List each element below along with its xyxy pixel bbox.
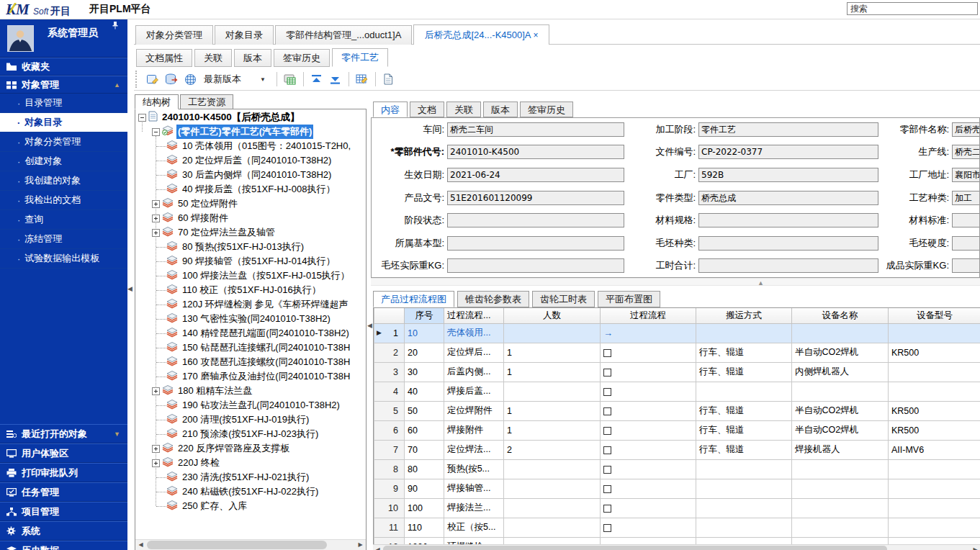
table-row[interactable]: 10100焊接法兰... bbox=[374, 498, 980, 518]
tree-tab-0[interactable]: 结构树 bbox=[135, 94, 179, 109]
green-table-icon[interactable] bbox=[281, 71, 300, 88]
flow-box-icon[interactable] bbox=[603, 369, 611, 377]
field-input[interactable] bbox=[952, 236, 980, 251]
sidebar-item-bottom-0[interactable]: 最近打开的对象▼ bbox=[0, 424, 127, 443]
sidebar-item-bottom-4[interactable]: 项目管理 bbox=[0, 502, 127, 521]
bottom-tab-3[interactable]: 平面布置图 bbox=[598, 291, 660, 307]
field-input[interactable] bbox=[447, 258, 624, 273]
sidebar-item-obj-5[interactable]: ·我检出的文档 bbox=[0, 191, 127, 210]
tree-expander-icon[interactable] bbox=[152, 387, 160, 395]
row-selector[interactable]: 3 bbox=[374, 362, 405, 382]
row-selector[interactable]: 2 bbox=[374, 343, 405, 362]
sidebar-item-obj-8[interactable]: ·试验数据输出模板 bbox=[0, 249, 127, 269]
field-input[interactable]: 后桥壳 bbox=[952, 122, 980, 137]
sidebar-item-obj-6[interactable]: ·查询 bbox=[0, 210, 127, 230]
flow-box-icon[interactable] bbox=[603, 524, 611, 532]
tree-expander-icon[interactable] bbox=[152, 215, 160, 222]
flow-box-icon[interactable] bbox=[603, 407, 611, 415]
tree-expander-icon[interactable] bbox=[138, 114, 146, 122]
content-tab-2[interactable]: 关联 bbox=[446, 102, 481, 117]
doc-tab-1[interactable]: 对象目录 bbox=[215, 25, 274, 45]
prop-tab-3[interactable]: 签审历史 bbox=[274, 49, 330, 67]
tree-node-23[interactable]: 220 反序焊管路座及支撑板 bbox=[135, 441, 366, 456]
field-input[interactable] bbox=[447, 213, 624, 227]
bottom-tab-1[interactable]: 锥齿轮参数表 bbox=[457, 291, 529, 307]
prop-tab-2[interactable]: 版本 bbox=[234, 49, 271, 67]
tree-node-25[interactable]: 230 清洗(按51XF-HJ-021执行) bbox=[135, 470, 366, 484]
sidebar-item-obj-4[interactable]: ·我创建的对象 bbox=[0, 171, 127, 191]
row-selector[interactable]: ▶1 bbox=[374, 323, 405, 343]
tree-node-2[interactable]: 10 壳体领用（015图号：2401015-T2H0, bbox=[135, 139, 366, 153]
collapse-top-icon[interactable] bbox=[307, 71, 326, 88]
scroll-right-icon[interactable]: ▶ bbox=[355, 540, 366, 550]
field-input[interactable]: 襄阳市 bbox=[952, 168, 980, 182]
tree-hscrollbar[interactable]: ◀ ▶ bbox=[135, 539, 366, 550]
row-selector[interactable]: 10 bbox=[374, 498, 405, 518]
row-selector[interactable]: 11 bbox=[374, 518, 405, 537]
field-input[interactable] bbox=[698, 213, 878, 227]
prop-tab-1[interactable]: 关联 bbox=[194, 49, 232, 67]
flow-box-icon[interactable] bbox=[603, 446, 611, 454]
row-selector[interactable]: 4 bbox=[374, 382, 405, 401]
col-header-4[interactable]: 过程流程 bbox=[601, 308, 696, 323]
tree-expander-icon[interactable] bbox=[152, 459, 160, 467]
table-row[interactable]: 770定位焊法...2行车、辊道焊接机器人AII-MV6 bbox=[374, 440, 980, 459]
sidebar-item-obj-1[interactable]: ·对象目录 bbox=[0, 113, 127, 132]
field-input[interactable]: 桥壳总成 bbox=[698, 191, 878, 205]
sidebar-item-bottom-3[interactable]: 任务管理 bbox=[0, 482, 127, 502]
collapse-bottom-icon[interactable] bbox=[326, 71, 345, 88]
scroll-right-icon[interactable]: ▶ bbox=[971, 545, 980, 550]
tree-node-26[interactable]: 240 粘磁铁(按51XF-HJ-022执行) bbox=[135, 484, 366, 499]
table-row[interactable]: 330后盖内侧...1行车、辊道内侧焊机器人 bbox=[374, 362, 980, 382]
tree-node-6[interactable]: 50 定位焊附件 bbox=[135, 197, 366, 211]
version-dropdown-caret[interactable]: ▼ bbox=[260, 76, 266, 83]
col-header-7[interactable]: 设备型号 bbox=[889, 308, 980, 323]
tree-node-7[interactable]: 60 焊接附件 bbox=[135, 211, 366, 225]
field-input[interactable]: 桥壳二 bbox=[952, 145, 980, 159]
tree-node-19[interactable]: 180 粗精车法兰盘 bbox=[135, 384, 366, 398]
sidebar-item-bottom-6[interactable]: 历史数据 bbox=[0, 541, 127, 550]
prop-tab-4[interactable]: 零件工艺 bbox=[332, 48, 388, 67]
tree-node-22[interactable]: 210 预涂漆(按51XF-HJ-023执行) bbox=[135, 427, 366, 441]
flow-box-icon[interactable] bbox=[603, 388, 611, 396]
tree-node-3[interactable]: 20 定位焊后盖（同2401010-T38H2) bbox=[135, 153, 366, 168]
sidebar-item-bottom-5[interactable]: 系统 bbox=[0, 521, 127, 541]
horizontal-splitter[interactable]: ▲ bbox=[371, 278, 980, 286]
edit-doc-icon[interactable] bbox=[143, 71, 162, 88]
tree-node-10[interactable]: 90 焊接轴管（按51XF-HJ-014执行） bbox=[135, 254, 366, 269]
field-input[interactable]: 51E201601120099 bbox=[447, 191, 624, 205]
tree-expander-icon[interactable] bbox=[152, 445, 160, 453]
field-input[interactable] bbox=[952, 258, 980, 273]
table-row[interactable]: 440焊接后盖... bbox=[374, 382, 980, 401]
tree-node-9[interactable]: 80 预热(按51XF-HJ-013执行) bbox=[135, 240, 366, 254]
table-row[interactable]: ▶110壳体领用...→ bbox=[374, 323, 980, 343]
tree-expander-icon[interactable] bbox=[152, 200, 160, 208]
tree-node-0[interactable]: 2401010-K4500【后桥壳总成】 bbox=[135, 110, 366, 125]
field-input[interactable]: 加工 bbox=[952, 191, 980, 205]
expand-arrow-icon[interactable]: ▼ bbox=[114, 430, 120, 438]
table-row[interactable]: 990焊接轴管... bbox=[374, 479, 980, 498]
row-selector[interactable]: 7 bbox=[374, 440, 405, 459]
collapse-arrow-icon[interactable]: ▲ bbox=[114, 81, 120, 89]
col-header-1[interactable]: 序号 bbox=[405, 308, 444, 323]
flow-box-icon[interactable] bbox=[603, 505, 611, 513]
col-header-5[interactable]: 搬运方式 bbox=[696, 308, 792, 323]
tree-node-11[interactable]: 100 焊接法兰盘（按51XF-HJ-015执行） bbox=[135, 269, 366, 283]
flow-box-icon[interactable] bbox=[603, 427, 611, 435]
tree-node-15[interactable]: 140 精镗琵琶孔端面(同2401010-T38H2) bbox=[135, 326, 366, 341]
row-selector[interactable]: 9 bbox=[374, 479, 405, 498]
prop-tab-0[interactable]: 文档属性 bbox=[136, 49, 192, 67]
row-selector[interactable]: 5 bbox=[374, 401, 405, 420]
tree-node-20[interactable]: 190 钻攻法兰盘孔(同2401010-T38H2) bbox=[135, 398, 366, 412]
splitter-arrow-icon[interactable]: ▲ bbox=[758, 279, 764, 287]
tree-node-1[interactable]: (零件工艺)零件工艺(汽车零部件) bbox=[135, 125, 366, 139]
col-header-0[interactable] bbox=[374, 308, 405, 323]
sidebar-item-obj-0[interactable]: ·目录管理 bbox=[0, 94, 127, 113]
flow-box-icon[interactable] bbox=[603, 349, 611, 357]
field-input[interactable]: 2021-06-24 bbox=[447, 168, 624, 182]
field-input[interactable]: 2401010-K4500 bbox=[447, 145, 624, 159]
tree-expander-icon[interactable] bbox=[152, 229, 160, 237]
tree-node-17[interactable]: 160 攻琵琶孔连接螺纹(同2401010-T38H bbox=[135, 355, 366, 369]
row-selector[interactable]: 6 bbox=[374, 420, 405, 440]
sidebar-item-obj-2[interactable]: ·对象分类管理 bbox=[0, 132, 127, 152]
